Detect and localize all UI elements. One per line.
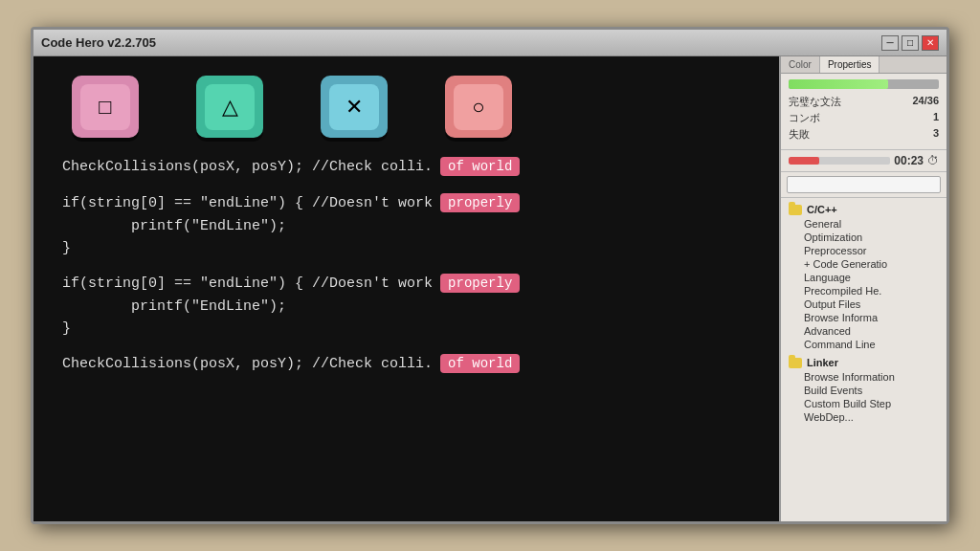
tree-label-cpp: C/C++	[807, 204, 837, 215]
code-block-4: CheckCollisions(posX, posY); //Check col…	[62, 354, 750, 373]
tree-item-general[interactable]: General	[787, 217, 941, 231]
stat-fail-label: 失敗	[789, 127, 810, 142]
title-bar: Code Hero v2.2.705 ─ □ ✕	[33, 30, 947, 56]
tree-item-cpp[interactable]: C/C++	[787, 202, 941, 217]
code-line-2-3: }	[62, 240, 750, 256]
tree-section: C/C++ General Optimization Preprocessor …	[781, 198, 947, 521]
stat-perfect-value: 24/36	[912, 95, 939, 109]
stat-fail: 失敗 3	[789, 127, 939, 142]
highlight-properly-1: properly	[440, 193, 520, 212]
keycap-triangle[interactable]: △	[196, 76, 263, 138]
stat-perfect: 完璧な文法 24/36	[789, 95, 939, 109]
tab-properties[interactable]: Properties	[820, 56, 880, 73]
code-line-3-2: printf("EndLine");	[62, 298, 750, 315]
keycap-circle[interactable]: ○	[445, 76, 512, 138]
timer-section: 00:23 ⏱	[781, 150, 947, 172]
timer-text: 00:23	[894, 154, 924, 167]
code-area: □ △ ✕ ○ CheckCollisions(posX, posY); //C…	[33, 56, 779, 521]
keycap-cross-inner: ✕	[329, 84, 379, 130]
code-text: }	[62, 320, 71, 337]
progress-bar-fill	[789, 79, 888, 89]
stat-combo-label: コンボ	[789, 111, 820, 125]
tree-item-commandline[interactable]: Command Line	[787, 338, 941, 351]
tree-item-browseinformation2[interactable]: Browse Information	[787, 370, 941, 384]
code-text: printf("EndLine");	[62, 298, 286, 315]
tree-item-advanced[interactable]: Advanced	[787, 324, 941, 338]
progress-bar	[789, 79, 939, 89]
tree-item-language[interactable]: Language	[787, 271, 941, 284]
main-window: Code Hero v2.2.705 ─ □ ✕ □ △ ✕ ○	[31, 27, 949, 524]
timer-bar	[789, 157, 890, 165]
keycap-square[interactable]: □	[72, 76, 139, 138]
minimize-button[interactable]: ─	[881, 35, 899, 51]
tree-item-buildevents[interactable]: Build Events	[787, 384, 941, 397]
highlight-properly-2: properly	[440, 274, 520, 293]
window-controls: ─ □ ✕	[881, 35, 939, 51]
code-line-1-1: CheckCollisions(posX, posY); //Check col…	[62, 157, 750, 176]
timer-icon: ⏱	[927, 154, 939, 167]
stat-fail-value: 3	[933, 127, 939, 142]
stat-perfect-label: 完璧な文法	[789, 95, 841, 109]
keycap-circle-inner: ○	[454, 84, 503, 130]
code-text: }	[62, 240, 71, 256]
tree-item-linker[interactable]: Linker	[787, 355, 941, 370]
code-line-3-3: }	[62, 320, 750, 337]
tree-item-preprocessor[interactable]: Preprocessor	[787, 244, 941, 257]
window-title: Code Hero v2.2.705	[41, 35, 156, 50]
tree-item-precompiled[interactable]: Precompiled He.	[787, 284, 941, 298]
main-area: □ △ ✕ ○ CheckCollisions(posX, posY); //C…	[33, 56, 947, 521]
tree-item-browseinformation[interactable]: Browse Informa	[787, 311, 941, 324]
folder-icon-linker	[789, 358, 802, 368]
stats-section: 完璧な文法 24/36 コンボ 1 失敗 3	[781, 74, 947, 150]
close-button[interactable]: ✕	[922, 35, 939, 51]
stat-combo: コンボ 1	[789, 111, 939, 125]
tree-label-linker: Linker	[807, 357, 838, 368]
folder-icon-cpp	[789, 205, 802, 215]
code-block-3: if(string[0] == "endLine") { //Doesn't w…	[62, 274, 750, 337]
tree-item-optimization[interactable]: Optimization	[787, 231, 941, 244]
tree-item-webdep[interactable]: WebDep...	[787, 410, 941, 424]
code-line-3-1: if(string[0] == "endLine") { //Doesn't w…	[62, 274, 750, 293]
timer-fill	[789, 157, 819, 165]
keycap-square-inner: □	[80, 84, 130, 130]
code-block-1: CheckCollisions(posX, posY); //Check col…	[62, 157, 750, 176]
code-text: if(string[0] == "endLine") { //Doesn't w…	[62, 276, 433, 292]
stat-combo-value: 1	[933, 111, 939, 125]
code-text: printf("EndLine");	[62, 218, 286, 234]
highlight-of-world-1: of world	[440, 157, 520, 176]
search-input[interactable]	[787, 176, 941, 193]
maximize-button[interactable]: □	[902, 35, 919, 51]
keycaps-row: □ △ ✕ ○	[62, 76, 750, 138]
sidebar: Color Properties 完璧な文法 24/36 コンボ 1 失敗 3	[779, 56, 947, 521]
tree-item-custombuildstep[interactable]: Custom Build Step	[787, 397, 941, 410]
highlight-of-world-2: of world	[440, 354, 520, 373]
code-text: if(string[0] == "endLine") { //Doesn't w…	[62, 195, 433, 211]
tab-color[interactable]: Color	[781, 56, 820, 73]
code-line-2-1: if(string[0] == "endLine") { //Doesn't w…	[62, 193, 750, 212]
code-text: CheckCollisions(posX, posY); //Check col…	[62, 159, 433, 175]
tree-item-outputfiles[interactable]: Output Files	[787, 298, 941, 311]
tree-item-codegeneration[interactable]: + Code Generatio	[787, 257, 941, 271]
code-line-4-1: CheckCollisions(posX, posY); //Check col…	[62, 354, 750, 373]
search-section	[781, 172, 947, 198]
keycap-cross[interactable]: ✕	[321, 76, 388, 138]
keycap-triangle-inner: △	[205, 84, 255, 130]
sidebar-tabs: Color Properties	[781, 56, 947, 74]
code-block-2: if(string[0] == "endLine") { //Doesn't w…	[62, 193, 750, 256]
code-text: CheckCollisions(posX, posY); //Check col…	[62, 356, 433, 372]
code-line-2-2: printf("EndLine");	[62, 218, 750, 234]
